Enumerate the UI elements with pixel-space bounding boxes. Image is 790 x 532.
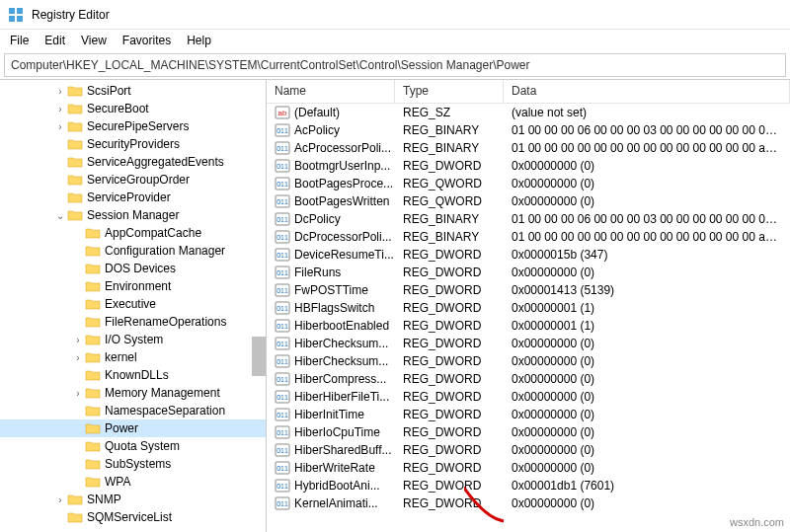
tree-item-serviceprovider[interactable]: ServiceProvider xyxy=(0,189,266,206)
binary-value-icon: 011 xyxy=(275,390,290,404)
value-row[interactable]: 011HiberChecksum...REG_DWORD0x00000000 (… xyxy=(267,352,790,370)
svg-text:011: 011 xyxy=(276,234,288,241)
svg-text:011: 011 xyxy=(276,394,288,401)
menu-favorites[interactable]: Favorites xyxy=(115,32,179,49)
folder-icon xyxy=(67,510,83,524)
tree-item-namespaceseparation[interactable]: NamespaceSeparation xyxy=(0,402,266,419)
binary-value-icon: 011 xyxy=(275,408,290,421)
menu-view[interactable]: View xyxy=(73,32,115,49)
tree-item-kernel[interactable]: ›kernel xyxy=(0,348,266,366)
column-data[interactable]: Data xyxy=(504,80,790,103)
tree-label: Power xyxy=(105,421,138,435)
value-type: REG_DWORD xyxy=(395,248,504,262)
tree-item-executive[interactable]: Executive xyxy=(0,295,266,313)
value-data: 0x00000000 (0) xyxy=(504,496,790,510)
svg-text:011: 011 xyxy=(276,305,288,312)
column-type[interactable]: Type xyxy=(395,80,504,103)
tree-item-snmp[interactable]: ›SNMP xyxy=(0,491,266,508)
value-row[interactable]: 011HiberChecksum...REG_DWORD0x00000000 (… xyxy=(267,335,790,352)
menubar: FileEditViewFavoritesHelp xyxy=(0,30,790,51)
address-bar[interactable]: Computer\HKEY_LOCAL_MACHINE\SYSTEM\Curre… xyxy=(4,53,786,77)
value-name: (Default) xyxy=(294,106,340,119)
folder-icon xyxy=(85,315,101,329)
tree-item-configuration-manager[interactable]: Configuration Manager xyxy=(0,242,266,260)
tree-label: AppCompatCache xyxy=(105,226,201,240)
tree-item-subsystems[interactable]: SubSystems xyxy=(0,455,266,473)
tree-item-serviceaggregatedevents[interactable]: ServiceAggregatedEvents xyxy=(0,153,266,171)
value-row[interactable]: 011BootmgrUserInp...REG_DWORD0x00000000 … xyxy=(267,157,790,175)
value-row[interactable]: 011HiberInitTimeREG_DWORD0x00000000 (0) xyxy=(267,406,790,423)
tree-item-sqmservicelist[interactable]: SQMServiceList xyxy=(0,508,266,526)
tree-item-securityproviders[interactable]: SecurityProviders xyxy=(0,135,266,153)
tree-item-filerenameoperations[interactable]: FileRenameOperations xyxy=(0,313,266,331)
folder-icon xyxy=(67,208,83,222)
folder-icon xyxy=(67,119,83,133)
chevron-right-icon[interactable]: › xyxy=(53,121,67,132)
chevron-right-icon[interactable]: › xyxy=(53,494,67,505)
value-type: REG_DWORD xyxy=(395,479,504,493)
value-row[interactable]: 011HiberHiberFileTi...REG_DWORD0x0000000… xyxy=(267,388,790,406)
tree-item-memory-management[interactable]: ›Memory Management xyxy=(0,384,266,402)
value-name: HiberIoCpuTime xyxy=(294,425,380,439)
tree-item-dos-devices[interactable]: DOS Devices xyxy=(0,260,266,277)
value-row[interactable]: 011BootPagesProce...REG_QWORD0x00000000 … xyxy=(267,175,790,192)
value-row[interactable]: 011HiberCompress...REG_DWORD0x00000000 (… xyxy=(267,370,790,388)
value-row[interactable]: 011BootPagesWrittenREG_QWORD0x00000000 (… xyxy=(267,192,790,210)
tree-item-session-manager[interactable]: ⌄Session Manager xyxy=(0,206,266,224)
folder-icon xyxy=(85,297,101,311)
menu-help[interactable]: Help xyxy=(179,32,219,49)
tree-item-power[interactable]: Power xyxy=(0,419,266,437)
value-data: 0x00000000 (0) xyxy=(504,425,790,439)
tree-item-appcompatcache[interactable]: AppCompatCache xyxy=(0,224,266,242)
value-row[interactable]: 011HiberbootEnabledREG_DWORD0x00000001 (… xyxy=(267,317,790,335)
value-row[interactable]: 011KernelAnimati...REG_DWORD0x00000000 (… xyxy=(267,494,790,512)
value-type: REG_DWORD xyxy=(395,283,504,297)
chevron-right-icon[interactable]: › xyxy=(53,86,67,97)
tree-item-knowndlls[interactable]: KnownDLLs xyxy=(0,366,266,384)
menu-file[interactable]: File xyxy=(2,32,37,49)
tree-label: ScsiPort xyxy=(87,84,131,98)
binary-value-icon: 011 xyxy=(275,248,290,262)
tree-item-i-o-system[interactable]: ›I/O System xyxy=(0,331,266,348)
binary-value-icon: 011 xyxy=(275,230,290,244)
tree-item-quota-system[interactable]: Quota System xyxy=(0,437,266,455)
chevron-right-icon[interactable]: › xyxy=(53,104,67,114)
tree-item-secureboot[interactable]: ›SecureBoot xyxy=(0,100,266,117)
svg-text:ab: ab xyxy=(278,109,287,117)
value-row[interactable]: 011DcProcessorPoli...REG_BINARY01 00 00 … xyxy=(267,228,790,246)
tree-item-servicegrouporder[interactable]: ServiceGroupOrder xyxy=(0,171,266,189)
value-row[interactable]: 011DeviceResumeTi...REG_DWORD0x0000015b … xyxy=(267,246,790,264)
column-name[interactable]: Name xyxy=(267,80,395,103)
value-row[interactable]: ab(Default)REG_SZ(value not set) xyxy=(267,104,790,121)
value-name: HBFlagsSwitch xyxy=(294,301,374,315)
menu-edit[interactable]: Edit xyxy=(37,32,73,49)
value-row[interactable]: 011FwPOSTTimeREG_DWORD0x00001413 (5139) xyxy=(267,281,790,299)
chevron-right-icon[interactable]: › xyxy=(71,388,85,399)
tree-item-scsiport[interactable]: ›ScsiPort xyxy=(0,82,266,100)
tree-label: Session Manager xyxy=(87,208,179,222)
tree-item-securepipeservers[interactable]: ›SecurePipeServers xyxy=(0,117,266,135)
value-row[interactable]: 011FileRunsREG_DWORD0x00000000 (0) xyxy=(267,264,790,281)
binary-value-icon: 011 xyxy=(275,337,290,350)
value-row[interactable]: 011HBFlagsSwitchREG_DWORD0x00000001 (1) xyxy=(267,299,790,317)
value-row[interactable]: 011HybridBootAni...REG_DWORD0x00001db1 (… xyxy=(267,477,790,494)
value-row[interactable]: 011HiberSharedBuff...REG_DWORD0x00000000… xyxy=(267,441,790,459)
value-row[interactable]: 011AcPolicyREG_BINARY01 00 00 00 06 00 0… xyxy=(267,121,790,139)
chevron-right-icon[interactable]: › xyxy=(71,352,85,363)
value-row[interactable]: 011HiberWriteRateREG_DWORD0x00000000 (0) xyxy=(267,459,790,477)
tree-item-wpa[interactable]: WPA xyxy=(0,473,266,491)
value-row[interactable]: 011HiberIoCpuTimeREG_DWORD0x00000000 (0) xyxy=(267,423,790,441)
value-type: REG_DWORD xyxy=(395,319,504,333)
svg-text:011: 011 xyxy=(276,483,288,490)
svg-text:011: 011 xyxy=(276,465,288,472)
watermark: wsxdn.com xyxy=(730,516,784,528)
scrollbar-thumb[interactable] xyxy=(252,337,266,376)
tree-panel[interactable]: ›ScsiPort›SecureBoot›SecurePipeServersSe… xyxy=(0,80,267,532)
value-row[interactable]: 011AcProcessorPoli...REG_BINARY01 00 00 … xyxy=(267,139,790,157)
value-name: HiberCompress... xyxy=(294,372,386,386)
tree-item-environment[interactable]: Environment xyxy=(0,277,266,295)
value-row[interactable]: 011DcPolicyREG_BINARY01 00 00 00 06 00 0… xyxy=(267,210,790,228)
chevron-right-icon[interactable]: › xyxy=(71,335,85,345)
folder-icon xyxy=(85,421,101,435)
chevron-down-icon[interactable]: ⌄ xyxy=(53,210,67,221)
